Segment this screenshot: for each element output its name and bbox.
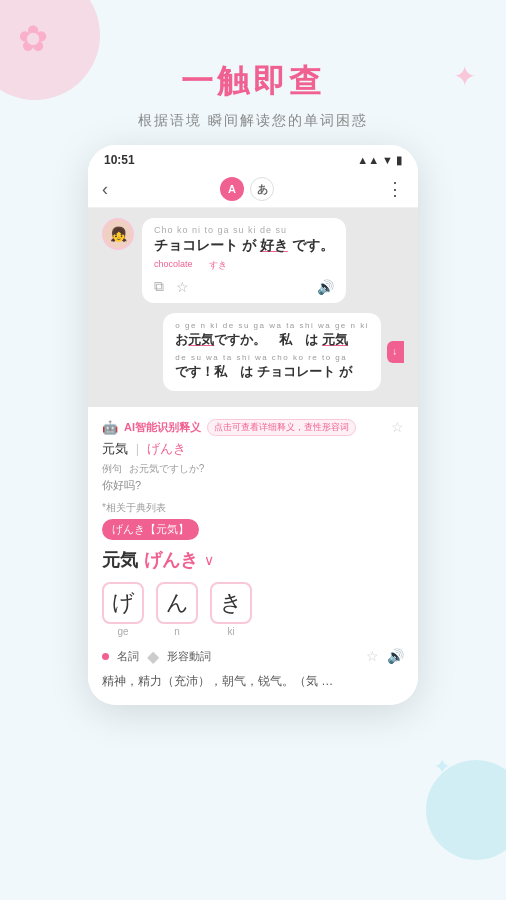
related-tag[interactable]: げんき【元気】 <box>102 519 199 540</box>
pos-separator: ◆ <box>147 647 159 666</box>
lang-btn-latin[interactable]: A <box>220 177 244 201</box>
speaker-icon[interactable]: 🔊 <box>317 279 334 295</box>
kana-char-ge: げ <box>102 582 144 624</box>
battery-icon: ▮ <box>396 154 402 167</box>
header-title: 一触即查 <box>0 60 506 104</box>
chocolate-text: チョコレート <box>154 237 238 253</box>
reply-bubble: → <box>387 341 404 363</box>
back-button[interactable]: ‹ <box>102 179 108 200</box>
translation-suki: すき <box>209 259 227 272</box>
pipe-separator: | <box>136 441 139 456</box>
kana-breakdown: げ ge ん n き ki <box>102 582 404 637</box>
word-header: 元気 げんき ∨ <box>102 548 404 572</box>
lang-toggle: A あ <box>220 177 274 201</box>
phone-mockup: 10:51 ▲▲ ▼ ▮ ‹ A あ ⋮ 👧 Cho ko ni to ga s… <box>88 145 418 705</box>
pos-dot-1 <box>102 653 109 660</box>
chat-bubble-1: Cho ko ni to ga su ki de su チョコレート が 好き … <box>142 218 346 303</box>
pos-adjverb: 形容動詞 <box>167 649 211 664</box>
bubble-actions: ⧉ ☆ 🔊 <box>154 278 334 295</box>
word-reading-line: 元気 | げんき <box>102 440 404 458</box>
kana-char-n: ん <box>156 582 198 624</box>
copy-icon[interactable]: ⧉ <box>154 278 164 295</box>
kana-roma-n: n <box>174 626 180 637</box>
ai-header: 🤖 AI智能识别释义 点击可查看详细释义，查性形容词 ☆ <box>102 419 404 436</box>
related-label: *相关于典列表 <box>102 501 404 515</box>
favorite-button[interactable]: ☆ <box>391 419 404 435</box>
status-icons: ▲▲ ▼ ▮ <box>357 154 402 167</box>
wifi-icon: ▼ <box>382 154 393 166</box>
lang-btn-japanese[interactable]: あ <box>250 177 274 201</box>
kana-ge: げ ge <box>102 582 144 637</box>
bubble-main-1: チョコレート が 好き です。 <box>154 237 334 255</box>
pos-noun: 名詞 <box>117 649 139 664</box>
word-kanji-large: 元気 <box>102 548 138 572</box>
ai-icon: 🤖 <box>102 420 118 435</box>
kana-ki: き ki <box>210 582 252 637</box>
genki-word: 元気 <box>188 332 214 347</box>
example-cn: 你好吗? <box>102 478 404 493</box>
more-button[interactable]: ⋮ <box>386 178 404 200</box>
pos-row: 名詞 ◆ 形容動詞 ☆ 🔊 <box>102 647 404 666</box>
kana-n: ん n <box>156 582 198 637</box>
translation-chocolate: chocolate <box>154 259 193 272</box>
kana-roma-ge: ge <box>117 626 128 637</box>
bubble-ruby-1: Cho ko ni to ga su ki de su <box>154 226 334 235</box>
genki-word-2: 元気 <box>322 332 348 347</box>
word-kanji-small: 元気 <box>102 441 128 456</box>
dictionary-panel: 🤖 AI智能识别释义 点击可查看详细释义，查性形容词 ☆ 元気 | げんき 例句… <box>88 407 418 705</box>
app-header: ‹ A あ ⋮ <box>88 171 418 208</box>
main-line-2: お元気ですか。 私 は 元気 <box>175 330 369 351</box>
star-decoration-br: ✦ <box>433 754 451 780</box>
avatar: 👧 <box>102 218 134 250</box>
chevron-down-icon[interactable]: ∨ <box>204 552 214 568</box>
ruby-line-3: de su wa ta shi wa cho ko re to ga <box>175 353 369 362</box>
word-reading: げんき <box>147 441 186 456</box>
ruby-line-2: o ge n ki de su ga wa ta shi wa ge n ki <box>175 321 369 330</box>
signal-icon: ▲▲ <box>357 154 379 166</box>
example-label: 例句 お元気ですしか? <box>102 462 404 476</box>
main-line-3: です！私 は チョコレート が <box>175 362 369 383</box>
star-action-icon[interactable]: ☆ <box>176 279 189 295</box>
chat-message-reply: o ge n ki de su ga wa ta shi wa ge n ki … <box>102 313 404 391</box>
header-subtitle: 根据语境 瞬间解读您的单词困惑 <box>0 112 506 130</box>
speaker-pos-icon[interactable]: 🔊 <box>387 648 404 664</box>
pos-icons: ☆ 🔊 <box>366 648 404 664</box>
suki-text: 好き <box>260 237 288 253</box>
status-time: 10:51 <box>104 153 135 167</box>
word-kana: げんき <box>144 548 198 572</box>
kana-char-ki: き <box>210 582 252 624</box>
header-section: 一触即查 根据语境 瞬间解读您的单词困惑 <box>0 0 506 130</box>
chat-bubble-2: o ge n ki de su ga wa ta shi wa ge n ki … <box>163 313 381 391</box>
kana-roma-ki: ki <box>227 626 234 637</box>
ai-tag[interactable]: 点击可查看详细释义，查性形容词 <box>207 419 356 436</box>
star-pos-icon[interactable]: ☆ <box>366 648 379 664</box>
definition-text: 精神，精力（充沛），朝气，锐气。（気 … <box>102 672 404 691</box>
status-bar: 10:51 ▲▲ ▼ ▮ <box>88 145 418 171</box>
ai-label: AI智能识别释义 <box>124 420 201 435</box>
chat-message-1: 👧 Cho ko ni to ga su ki de su チョコレート が 好… <box>102 218 404 303</box>
chat-area: 👧 Cho ko ni to ga su ki de su チョコレート が 好… <box>88 208 418 407</box>
